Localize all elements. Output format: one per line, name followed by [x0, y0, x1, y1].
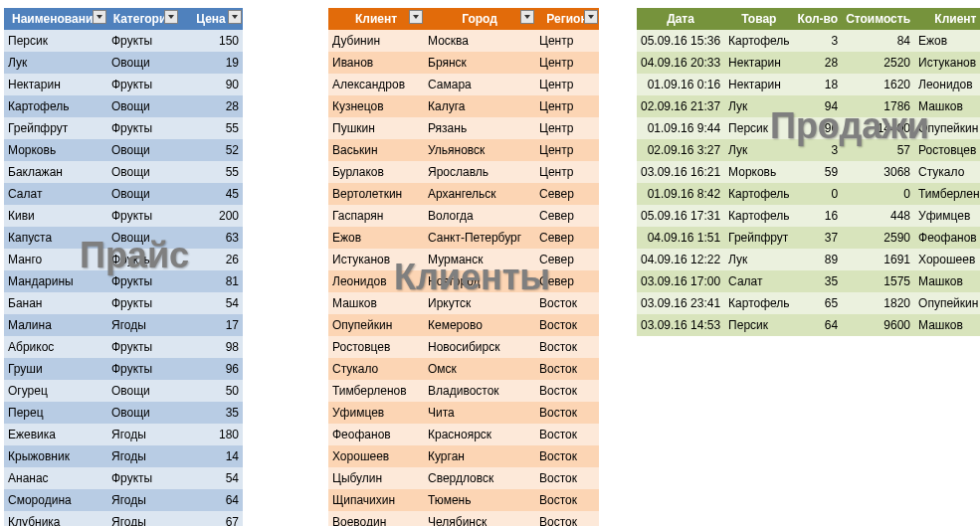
cell[interactable]: 18	[794, 74, 843, 95]
table-row[interactable]: ЛеонидовНовгородСевер	[328, 270, 599, 292]
table-row[interactable]: 03.09.16 23:41Картофель651820Опупейкин	[637, 292, 980, 314]
cell[interactable]: Фрукты	[107, 30, 179, 52]
cell[interactable]: 57	[842, 139, 914, 161]
cell[interactable]: 200	[179, 205, 243, 227]
cell[interactable]: Салат	[724, 270, 794, 292]
cell[interactable]: 02.09.16 3:27	[637, 139, 724, 161]
cell[interactable]: 1620	[842, 74, 914, 95]
cell[interactable]: 90	[179, 74, 243, 95]
cell[interactable]: Стукало	[328, 358, 424, 380]
table-row[interactable]: ИвановБрянскЦентр	[328, 52, 599, 74]
col-qty[interactable]: Кол-во	[794, 8, 843, 30]
cell[interactable]: Феофанов	[328, 424, 424, 445]
cell[interactable]: Абрикос	[4, 336, 107, 358]
table-row[interactable]: КлубникаЯгоды67	[4, 511, 243, 526]
table-row[interactable]: 03.09.16 17:00Салат351575Машков	[637, 270, 980, 292]
table-row[interactable]: СтукалоОмскВосток	[328, 358, 599, 380]
table-row[interactable]: КузнецовКалугаЦентр	[328, 95, 599, 117]
cell[interactable]: Чита	[424, 402, 535, 424]
cell[interactable]: Бурлаков	[328, 161, 424, 183]
cell[interactable]: 05.09.16 15:36	[637, 30, 724, 52]
cell[interactable]: Щипачихин	[328, 489, 424, 511]
cell[interactable]: Новосибирск	[424, 336, 535, 358]
table-row[interactable]: 01.09.16 9:44Персик9614400Опупейкин	[637, 117, 980, 139]
cell[interactable]: 59	[794, 161, 843, 183]
cell[interactable]: Иркутск	[424, 292, 535, 314]
cell[interactable]: Стукало	[914, 161, 980, 183]
cell[interactable]: Персик	[724, 314, 794, 336]
table-row[interactable]: АлександровСамараЦентр	[328, 74, 599, 95]
cell[interactable]: 55	[179, 161, 243, 183]
cell[interactable]: Центр	[535, 52, 599, 74]
cell[interactable]: Леонидов	[328, 270, 424, 292]
cell[interactable]: 0	[842, 183, 914, 205]
cell[interactable]: Фрукты	[107, 292, 179, 314]
col-price[interactable]: Цена	[179, 8, 243, 30]
cell[interactable]: Гаспарян	[328, 205, 424, 227]
cell[interactable]: 52	[179, 139, 243, 161]
table-row[interactable]: ФеофановКрасноярскВосток	[328, 424, 599, 445]
cell[interactable]: 28	[179, 95, 243, 117]
col-client[interactable]: Клиент	[328, 8, 424, 30]
table-row[interactable]: МорковьОвощи52	[4, 139, 243, 161]
cell[interactable]: Восток	[535, 314, 599, 336]
cell[interactable]: Ростовцев	[328, 336, 424, 358]
cell[interactable]: Малина	[4, 314, 107, 336]
cell[interactable]: Пушкин	[328, 117, 424, 139]
cell[interactable]: 19	[179, 52, 243, 74]
cell[interactable]: Овощи	[107, 95, 179, 117]
cell[interactable]: Ягоды	[107, 489, 179, 511]
cell[interactable]: Опупейкин	[914, 117, 980, 139]
cell[interactable]: Ежов	[328, 227, 424, 249]
cell[interactable]: Фрукты	[107, 205, 179, 227]
cell[interactable]: Истуканов	[914, 52, 980, 74]
table-row[interactable]: ТимберленовВладивостокВосток	[328, 380, 599, 402]
cell[interactable]: 63	[179, 227, 243, 249]
cell[interactable]: Ягоды	[107, 424, 179, 445]
table-row[interactable]: 02.09.16 21:37Лук941786Машков	[637, 95, 980, 117]
cell[interactable]: 96	[179, 358, 243, 380]
cell[interactable]: Лук	[724, 95, 794, 117]
cell[interactable]: Морковь	[4, 139, 107, 161]
filter-dropdown-icon[interactable]	[228, 10, 242, 24]
cell[interactable]: 01.09.16 9:44	[637, 117, 724, 139]
table-row[interactable]: 04.09.16 20:33Нектарин282520Истуканов	[637, 52, 980, 74]
cell[interactable]: Банан	[4, 292, 107, 314]
cell[interactable]: Фрукты	[107, 358, 179, 380]
table-row[interactable]: ВаськинУльяновскЦентр	[328, 139, 599, 161]
cell[interactable]: Уфимцев	[328, 402, 424, 424]
cell[interactable]: Центр	[535, 74, 599, 95]
table-row[interactable]: ХорошеевКурганВосток	[328, 445, 599, 467]
table-row[interactable]: 04.09.16 1:51Грейпфрут372590Феофанов	[637, 227, 980, 249]
cell[interactable]: Цыбулин	[328, 467, 424, 489]
cell[interactable]: Мурманск	[424, 249, 535, 270]
filter-dropdown-icon[interactable]	[93, 10, 106, 24]
table-row[interactable]: ГрушиФрукты96	[4, 358, 243, 380]
filter-dropdown-icon[interactable]	[520, 10, 534, 24]
cell[interactable]: 180	[179, 424, 243, 445]
cell[interactable]: Ежевика	[4, 424, 107, 445]
cell[interactable]: Феофанов	[914, 227, 980, 249]
table-row[interactable]: ЕжовСанкт-ПетербургСевер	[328, 227, 599, 249]
cell[interactable]: Север	[535, 270, 599, 292]
cell[interactable]: 03.09.16 23:41	[637, 292, 724, 314]
table-row[interactable]: ОпупейкинКемеровоВосток	[328, 314, 599, 336]
cell[interactable]: Александров	[328, 74, 424, 95]
cell[interactable]: Клубника	[4, 511, 107, 526]
cell[interactable]: Брянск	[424, 52, 535, 74]
cell[interactable]: Калуга	[424, 95, 535, 117]
cell[interactable]: Ягоды	[107, 314, 179, 336]
table-row[interactable]: ИстукановМурманскСевер	[328, 249, 599, 270]
col-region[interactable]: Регион	[535, 8, 599, 30]
cell[interactable]: Восток	[535, 380, 599, 402]
cell[interactable]: Нектарин	[4, 74, 107, 95]
cell[interactable]: Челябинск	[424, 511, 535, 526]
cell[interactable]: 65	[794, 292, 843, 314]
table-row[interactable]: АнанасФрукты54	[4, 467, 243, 489]
cell[interactable]: Фрукты	[107, 249, 179, 270]
cell[interactable]: Ростовцев	[914, 139, 980, 161]
table-row[interactable]: ЕжевикаЯгоды180	[4, 424, 243, 445]
cell[interactable]: Фрукты	[107, 117, 179, 139]
cell[interactable]: Восток	[535, 511, 599, 526]
cell[interactable]: Север	[535, 249, 599, 270]
